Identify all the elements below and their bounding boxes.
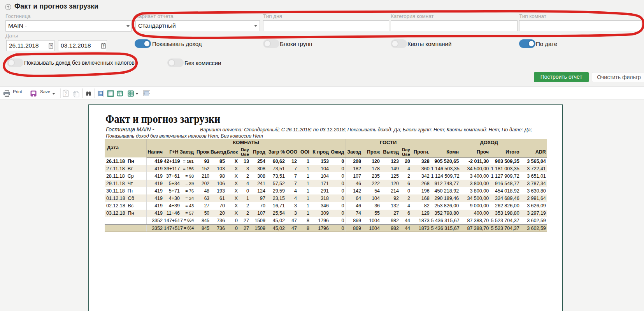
svg-text:7: 7 [103, 44, 105, 48]
svg-text:?: ? [65, 92, 67, 96]
svg-text:7: 7 [50, 44, 52, 48]
